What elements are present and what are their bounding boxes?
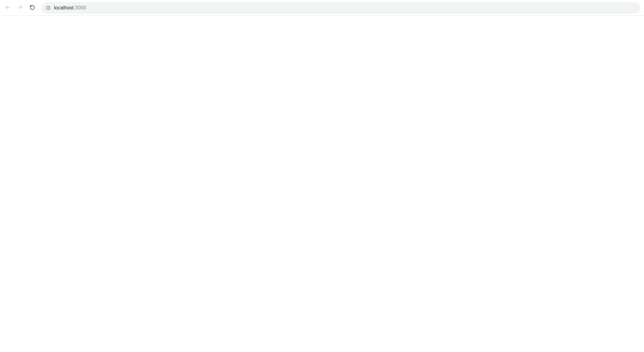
arrow-right-icon (17, 4, 23, 11)
reload-icon (29, 5, 35, 11)
arrow-left-icon (5, 4, 11, 11)
browser-toolbar: localhost:3000 (0, 0, 644, 16)
url-host: localhost (54, 5, 74, 11)
forward-button[interactable] (16, 4, 24, 12)
url-port: :3000 (74, 5, 86, 11)
url-text: localhost:3000 (54, 5, 86, 11)
svg-point-4 (48, 7, 49, 7)
nav-buttons (4, 4, 36, 12)
site-info-icon[interactable] (45, 5, 51, 11)
address-bar[interactable]: localhost:3000 (41, 2, 640, 14)
page-content (0, 16, 644, 352)
back-button[interactable] (4, 4, 12, 12)
reload-button[interactable] (28, 4, 36, 12)
